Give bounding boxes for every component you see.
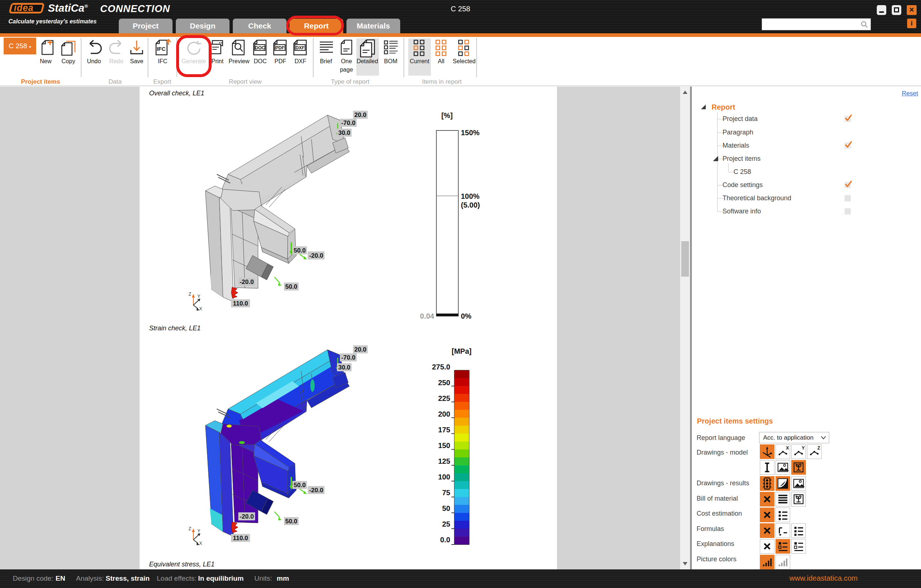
svg-text:150: 150 — [438, 441, 450, 450]
svg-text:[%]: [%] — [441, 111, 452, 119]
svg-text:[MPa]: [MPa] — [452, 347, 472, 355]
svg-text:X: X — [786, 445, 789, 451]
svg-text:Overall check, LE1: Overall check, LE1 — [149, 90, 204, 97]
svg-text:75: 75 — [442, 489, 450, 497]
svg-text:200: 200 — [438, 410, 450, 418]
svg-text:Z: Z — [818, 445, 820, 451]
svg-text:0.0: 0.0 — [440, 536, 450, 544]
svg-text:275.0: 275.0 — [432, 363, 450, 371]
svg-text:PDF: PDF — [275, 45, 285, 50]
svg-text:(5.00): (5.00) — [461, 201, 480, 209]
svg-text:175: 175 — [438, 426, 450, 434]
svg-text:150%: 150% — [461, 129, 480, 137]
svg-text:50: 50 — [442, 504, 450, 512]
svg-text:125: 125 — [438, 457, 450, 465]
svg-text:25: 25 — [442, 520, 450, 528]
svg-text:0%: 0% — [461, 312, 472, 320]
svg-text:100%: 100% — [461, 192, 480, 200]
svg-text:225: 225 — [438, 394, 450, 402]
svg-text:100: 100 — [438, 473, 450, 481]
svg-text:IFC: IFC — [157, 46, 166, 52]
svg-text:DXF: DXF — [296, 45, 305, 50]
svg-text:Strain check, LE1: Strain check, LE1 — [149, 324, 201, 332]
svg-text:DOC: DOC — [255, 45, 265, 50]
svg-text:0.04: 0.04 — [420, 312, 434, 320]
svg-text:Equivalent stress, LE1: Equivalent stress, LE1 — [149, 560, 215, 568]
svg-text:250: 250 — [438, 379, 450, 387]
svg-text:Y: Y — [802, 445, 805, 451]
